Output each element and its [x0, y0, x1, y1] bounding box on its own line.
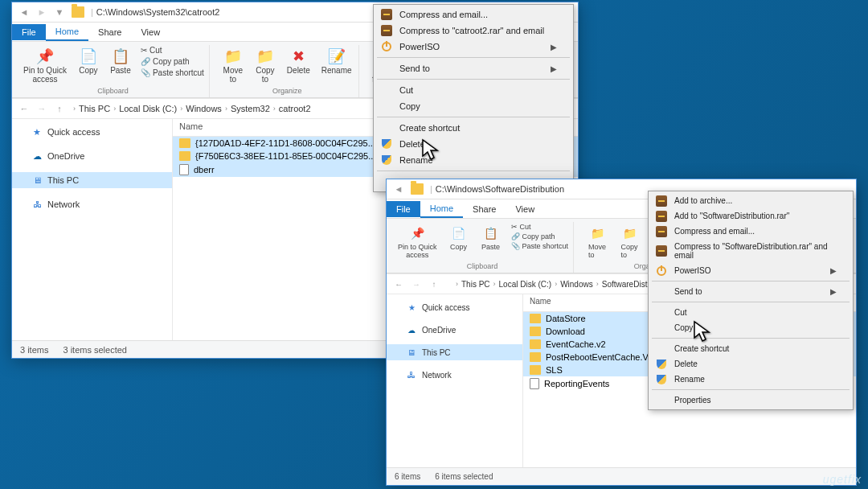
- up-btn[interactable]: ▼: [51, 4, 68, 20]
- copyto-icon: 📁: [620, 224, 639, 243]
- ctx-item[interactable]: Delete: [650, 356, 851, 372]
- nav-onedrive[interactable]: ☁OneDrive: [12, 148, 172, 164]
- pin-quick-access[interactable]: 📌Pin to Quick access: [20, 45, 70, 85]
- ctx-item[interactable]: Copy: [650, 320, 851, 335]
- nav-network[interactable]: 🖧Network: [12, 196, 172, 212]
- col-name[interactable]: Name: [523, 294, 652, 311]
- sep: |: [91, 7, 93, 17]
- ctx-item[interactable]: Create shortcut: [650, 341, 851, 356]
- bc-folder-icon: [446, 280, 456, 288]
- context-menu-2[interactable]: Add to archive...Add to "SoftwareDistrib…: [648, 191, 854, 410]
- forward-btn[interactable]: ►: [33, 4, 51, 20]
- bc-thispc[interactable]: This PC: [76, 104, 113, 113]
- copy-to[interactable]: 📁Copy to: [252, 45, 279, 85]
- paste-shortcut[interactable]: 📎Paste shortcut: [510, 241, 571, 251]
- back-btn[interactable]: ◄: [390, 181, 407, 197]
- ctx-item[interactable]: Create shortcut: [375, 120, 571, 136]
- status-selected: 3 items selected: [63, 345, 126, 355]
- tab-view[interactable]: View: [131, 24, 170, 40]
- scissors-icon: ✂: [511, 223, 518, 231]
- ctx-label: Compress and email...: [399, 10, 488, 19]
- rename-button[interactable]: 📝Rename: [318, 45, 355, 76]
- nav-this-pc[interactable]: 🖥This PC: [387, 344, 522, 360]
- paste-button[interactable]: 📋Paste: [477, 222, 505, 253]
- ctx-item[interactable]: Copy: [375, 98, 571, 114]
- network-icon: 🖧: [406, 369, 417, 380]
- nav-quick-access[interactable]: ★Quick access: [387, 299, 522, 315]
- star-icon: ★: [406, 302, 417, 313]
- folder-icon: [530, 339, 541, 349]
- bc-up[interactable]: ↑: [51, 101, 68, 117]
- tab-view[interactable]: View: [506, 201, 544, 217]
- tab-home[interactable]: Home: [46, 23, 88, 41]
- ctx-item[interactable]: Cut: [375, 82, 571, 98]
- ctx-item[interactable]: Compress and email...: [650, 224, 851, 239]
- paste-button[interactable]: 📋Paste: [107, 45, 134, 76]
- bc-up[interactable]: ↑: [425, 276, 443, 292]
- ctx-item[interactable]: PowerISO▶: [650, 263, 851, 278]
- ctx-item[interactable]: Compress to "catroot2.rar" and email: [375, 23, 571, 39]
- move-to[interactable]: 📁Move to: [583, 222, 611, 261]
- nav-network[interactable]: 🖧Network: [387, 367, 522, 383]
- bc-back[interactable]: ←: [390, 276, 407, 292]
- bc-back[interactable]: ←: [15, 101, 33, 117]
- nav-onedrive[interactable]: ☁OneDrive: [387, 322, 522, 338]
- bc-disk[interactable]: Local Disk (C:): [496, 280, 555, 289]
- ctx-item[interactable]: Send to▶: [375, 60, 571, 76]
- file-icon: [530, 378, 539, 389]
- cut-button[interactable]: ✂Cut: [139, 45, 206, 55]
- col-name[interactable]: Name: [173, 119, 398, 136]
- submenu-arrow-icon: ▶: [551, 43, 557, 51]
- bc-disk[interactable]: Local Disk (C:): [116, 104, 180, 113]
- ctx-label: Delete: [674, 360, 698, 368]
- tab-share[interactable]: Share: [88, 24, 131, 40]
- move-to[interactable]: 📁Move to: [219, 45, 247, 85]
- bc-sys32[interactable]: System32: [227, 104, 273, 113]
- address-path[interactable]: C:\Windows\System32\catroot2: [96, 7, 219, 17]
- ctx-label: Add to archive...: [674, 196, 732, 205]
- tab-file[interactable]: File: [12, 24, 46, 40]
- copy-to[interactable]: 📁Copy to: [616, 222, 643, 261]
- ctx-item[interactable]: Compress and email...: [375, 6, 571, 23]
- address-path[interactable]: C:\Windows\SoftwareDistribution: [436, 184, 564, 194]
- rar-icon: [655, 225, 668, 238]
- back-btn[interactable]: ◄: [15, 4, 33, 20]
- nav-pane: ★Quick access ☁OneDrive 🖥This PC 🖧Networ…: [12, 119, 173, 340]
- folder-icon: [530, 314, 541, 323]
- copy-button[interactable]: 📄Copy: [445, 222, 473, 253]
- ctx-item[interactable]: Rename: [375, 152, 571, 168]
- cloud-icon: ☁: [31, 150, 43, 162]
- submenu-arrow-icon: ▶: [830, 287, 837, 296]
- bc-windows[interactable]: Windows: [182, 104, 225, 113]
- nav-quick-access[interactable]: ★Quick access: [12, 124, 172, 140]
- rar-icon: [380, 24, 393, 37]
- cut-button[interactable]: ✂Cut: [510, 222, 571, 232]
- bc-thispc[interactable]: This PC: [458, 280, 493, 289]
- ctx-item[interactable]: Send to▶: [650, 284, 851, 299]
- ctx-item[interactable]: Add to "SoftwareDistribution.rar": [650, 208, 851, 224]
- ctx-item[interactable]: Compress to "SoftwareDistribution.rar" a…: [650, 239, 851, 263]
- delete-button[interactable]: ✖Delete: [284, 45, 313, 76]
- bc-fwd[interactable]: →: [33, 101, 51, 117]
- nav-this-pc[interactable]: 🖥This PC: [12, 172, 172, 188]
- tab-file[interactable]: File: [387, 201, 420, 217]
- copy-path[interactable]: 🔗Copy path: [510, 232, 571, 241]
- pin-quick-access[interactable]: 📌Pin to Quick access: [395, 222, 440, 261]
- ctx-item[interactable]: Delete: [375, 136, 571, 152]
- paste-shortcut[interactable]: 📎Paste shortcut: [139, 68, 206, 78]
- context-menu-1[interactable]: Compress and email...Compress to "catroo…: [373, 4, 574, 192]
- bc-windows[interactable]: Windows: [557, 280, 596, 289]
- copy-path-button[interactable]: 🔗Copy path: [139, 56, 206, 67]
- ctx-item[interactable]: PowerISO▶: [375, 39, 571, 55]
- copy-icon: 📄: [79, 47, 98, 66]
- ctx-item[interactable]: Add to archive...: [650, 193, 851, 208]
- bc-fwd[interactable]: →: [407, 276, 425, 292]
- file-icon: [179, 164, 189, 175]
- bc-catroot2[interactable]: catroot2: [276, 104, 314, 113]
- tab-share[interactable]: Share: [463, 201, 506, 217]
- copy-button[interactable]: 📄Copy: [75, 45, 102, 76]
- tab-home[interactable]: Home: [420, 200, 463, 218]
- ctx-item[interactable]: Cut: [650, 305, 851, 320]
- ctx-item[interactable]: Properties: [650, 392, 851, 408]
- ctx-item[interactable]: Rename: [650, 372, 851, 387]
